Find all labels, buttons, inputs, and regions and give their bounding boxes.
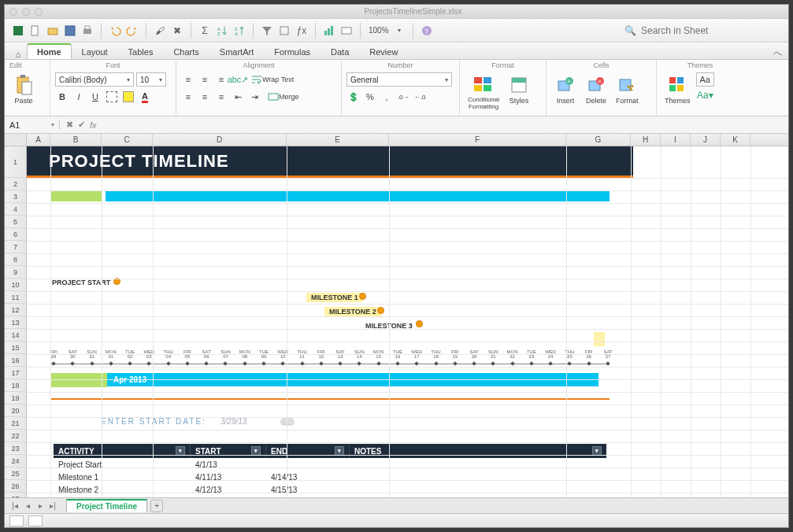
col-header-B[interactable]: B [50,134,102,146]
col-header-F[interactable]: F [389,134,566,146]
textbox-icon[interactable] [339,24,354,38]
formula-input[interactable] [103,119,788,131]
fill-color-button[interactable] [121,90,135,104]
underline-button[interactable]: U [88,90,102,104]
delete-button[interactable]: ×Delete [582,72,610,106]
sort-desc-icon[interactable]: ZA [232,24,246,38]
format-cells-button[interactable]: Format [613,72,642,106]
border-button[interactable] [105,90,119,104]
chart-icon[interactable] [322,24,336,38]
tab-layout[interactable]: Layout [72,44,118,59]
styles-button[interactable]: Styles [505,72,533,106]
print-icon[interactable] [80,24,94,38]
row-header-1[interactable]: 1 [5,146,26,178]
table-row[interactable]: Project Start4/1/13 [54,458,606,471]
indent-dec-button[interactable]: ⇤ [231,90,245,104]
paste-button[interactable]: Paste [9,72,38,106]
undo-icon[interactable] [108,24,122,38]
home-icon[interactable]: ⌂ [9,50,27,59]
number-format-combo[interactable]: General▾ [346,72,452,87]
table-row[interactable]: Milestone 34/17/13 [54,496,606,497]
zoom-value[interactable]: 100% [369,26,389,35]
row-header-14[interactable]: 14 [5,329,26,342]
zoom-dropdown-icon[interactable]: ▾ [392,24,406,38]
themes-button[interactable]: Themes [661,72,694,106]
col-header-C[interactable]: C [102,134,153,146]
search-box[interactable]: 🔍 [624,25,782,36]
start-date-value[interactable]: 3/29/13 [220,417,246,426]
row-header-20[interactable]: 20 [5,405,26,417]
format-painter-icon[interactable]: 🖌 [153,24,167,38]
align-right-button[interactable]: ≡ [214,90,228,104]
tab-smartart[interactable]: SmartArt [209,44,264,59]
new-icon[interactable] [28,24,43,38]
sheet-nav-last-icon[interactable]: ▸| [47,501,58,510]
row-header-10[interactable]: 10 [5,279,26,291]
row-header-3[interactable]: 3 [5,190,26,203]
row-header-24[interactable]: 24 [5,455,26,467]
row-header-15[interactable]: 15 [5,342,26,354]
col-header-I[interactable]: I [661,134,691,146]
row-header-6[interactable]: 6 [5,228,26,241]
window-max-icon[interactable] [35,8,43,16]
table-row[interactable]: Milestone 14/11/134/14/13 [54,471,606,483]
row-header-16[interactable]: 16 [5,354,26,367]
clear-icon[interactable]: ✖ [170,24,184,38]
search-input[interactable] [641,25,767,36]
theme-fonts-button[interactable]: Aa [696,72,714,87]
add-sheet-button[interactable]: + [150,500,163,512]
tab-home[interactable]: Home [27,43,72,59]
redo-icon[interactable] [125,24,139,38]
row-header-22[interactable]: 22 [5,430,26,442]
row-header-23[interactable]: 23 [5,442,26,455]
conditional-formatting-button[interactable]: ConditionalFormatting [465,72,502,113]
col-header-A[interactable]: A [27,134,50,146]
sheet-nav-first-icon[interactable]: |◂ [9,501,20,510]
show-formula-icon[interactable]: ƒx [295,24,309,38]
col-header-J[interactable]: J [691,134,721,146]
row-header-25[interactable]: 25 [5,467,26,480]
fx-icon[interactable]: fx [90,120,97,130]
align-center-button[interactable]: ≡ [198,90,212,104]
view-page-layout-button[interactable] [28,515,43,526]
row-header-11[interactable]: 11 [5,291,26,304]
save-icon[interactable] [63,24,77,38]
insert-button[interactable]: +Insert [551,72,580,106]
align-middle-button[interactable]: ≡ [198,72,212,87]
font-name-combo[interactable]: Calibri (Body)▾ [55,72,134,87]
align-left-button[interactable]: ≡ [181,90,195,104]
row-header-5[interactable]: 5 [5,216,26,228]
orientation-button[interactable]: abc↗ [231,72,245,87]
row-header-9[interactable]: 9 [5,266,26,279]
col-header-D[interactable]: D [153,134,287,146]
col-header-H[interactable]: H [631,134,661,146]
tab-review[interactable]: Review [359,44,408,59]
row-header-4[interactable]: 4 [5,203,26,216]
table-row[interactable]: Milestone 24/12/134/15/13 [54,483,606,496]
row-header-17[interactable]: 17 [5,367,26,379]
cancel-formula-icon[interactable]: ✖ [66,120,73,130]
align-bottom-button[interactable]: ≡ [214,72,228,87]
wrap-text-button[interactable]: Wrap Text [247,72,298,87]
toggle-filter-icon[interactable] [277,24,291,38]
row-header-21[interactable]: 21 [5,417,26,430]
name-box[interactable]: A1▾ [5,120,60,130]
tab-charts[interactable]: Charts [163,44,209,59]
accept-formula-icon[interactable]: ✔ [78,120,85,130]
row-header-19[interactable]: 19 [5,392,26,405]
font-size-combo[interactable]: 10▾ [136,72,166,87]
sheet-nav-next-icon[interactable]: ▸ [35,501,46,510]
col-header-G[interactable]: G [566,134,631,146]
collapse-ribbon-icon[interactable]: へ [767,47,788,59]
window-close-icon[interactable] [9,8,17,16]
row-header-18[interactable]: 18 [5,379,26,392]
select-all-corner[interactable] [5,134,27,146]
view-normal-button[interactable] [9,515,24,526]
tab-formulas[interactable]: Formulas [264,44,321,59]
align-top-button[interactable]: ≡ [181,72,195,87]
spreadsheet-grid[interactable]: 1234567891011121314151617181920212223242… [5,146,788,497]
tab-tables[interactable]: Tables [118,44,164,59]
currency-button[interactable]: 💲 [346,90,361,104]
filter-icon[interactable] [260,24,274,38]
col-header-E[interactable]: E [287,134,389,146]
